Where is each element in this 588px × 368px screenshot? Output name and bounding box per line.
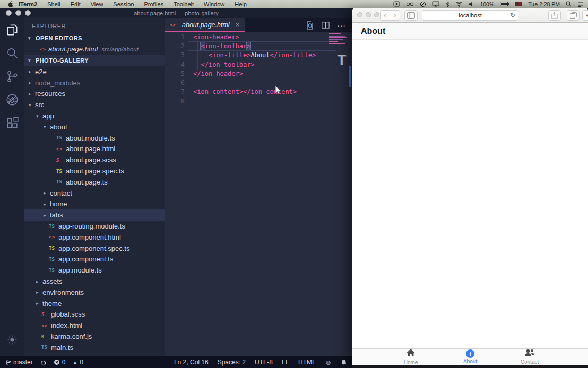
- wifi-icon[interactable]: [455, 1, 463, 7]
- tree-folder-node_modules[interactable]: ▸node_modules: [24, 77, 165, 89]
- address-bar[interactable]: localhost ↻: [422, 10, 518, 21]
- tree-folder-assets[interactable]: ▸assets: [24, 276, 165, 287]
- sync-icon[interactable]: [40, 359, 47, 366]
- safari-toolbar[interactable]: ‹ › localhost ↻ +: [352, 8, 588, 23]
- code-line-1[interactable]: 1<ion-header>: [165, 32, 352, 41]
- share-icon[interactable]: [548, 10, 561, 21]
- refresh-icon[interactable]: ↻: [510, 12, 515, 19]
- tree-folder-src[interactable]: ▾src: [24, 99, 165, 110]
- editor-tab-about-page-html[interactable]: <> about.page.html ×: [165, 18, 245, 32]
- status-item-2[interactable]: UTF-8: [255, 358, 273, 366]
- minimize-window-button[interactable]: [15, 10, 21, 16]
- feedback-smiley-icon[interactable]: ☺: [325, 358, 332, 366]
- apple-menu-icon[interactable]: [7, 1, 13, 7]
- menu-item-help[interactable]: Help: [235, 1, 247, 7]
- close-window-button[interactable]: [6, 10, 12, 16]
- menu-item-shell[interactable]: Shell: [47, 1, 60, 7]
- menu-bar-clock[interactable]: Tue 2:28 PM: [528, 1, 560, 7]
- tree-folder-e2e[interactable]: ▸e2e: [24, 66, 165, 77]
- glasses-icon[interactable]: [406, 2, 414, 6]
- code-line-3[interactable]: 3 <ion-title>About</ion-title>: [165, 51, 352, 60]
- tree-file-app.module.ts[interactable]: TSapp.module.ts: [24, 265, 165, 276]
- tree-file-app-routing.module.ts[interactable]: TSapp-routing.module.ts: [24, 221, 165, 232]
- code-line-8[interactable]: 8: [165, 97, 352, 106]
- status-item-3[interactable]: LF: [282, 358, 289, 366]
- tree-file-index.html[interactable]: <>index.html: [24, 320, 165, 331]
- minimize-window-button[interactable]: [366, 12, 371, 17]
- notification-center-icon[interactable]: [577, 2, 584, 7]
- settings-gear-icon[interactable]: [0, 328, 24, 352]
- debug-icon[interactable]: [0, 88, 24, 111]
- more-actions-icon[interactable]: ···: [337, 21, 346, 30]
- status-item-4[interactable]: HTML: [298, 358, 316, 366]
- tree-file-about.page.html[interactable]: <>about.page.html: [24, 144, 165, 155]
- code-line-2[interactable]: 2 <ion-toolbar>: [165, 41, 352, 50]
- tree-file-karma.conf.js[interactable]: Kkarma.conf.js: [24, 331, 165, 342]
- code-line-6[interactable]: 6: [165, 78, 352, 87]
- do-not-disturb-icon[interactable]: [420, 1, 426, 7]
- tree-file-about.page.ts[interactable]: TSabout.page.ts: [24, 177, 165, 188]
- tree-folder-home[interactable]: ▸home: [24, 199, 165, 210]
- split-editor-icon[interactable]: [322, 21, 330, 29]
- screen-record-icon[interactable]: [393, 1, 400, 7]
- warnings-indicator[interactable]: ▲ 0: [72, 358, 83, 366]
- tree-file-app.component.spec.ts[interactable]: TSapp.component.spec.ts: [24, 243, 165, 254]
- vscode-title-bar[interactable]: about.page.html — photo-gallery: [0, 8, 352, 18]
- new-tab-icon[interactable]: +: [582, 10, 588, 21]
- code-area[interactable]: 1<ion-header>2 <ion-toolbar>3 <ion-title…: [165, 32, 352, 356]
- volume-icon[interactable]: [469, 2, 474, 7]
- minimap[interactable]: [329, 33, 347, 45]
- open-editors-header[interactable]: ▾ OPEN EDITORS: [24, 33, 165, 43]
- tree-folder-theme[interactable]: ▸theme: [24, 298, 165, 309]
- explorer-icon[interactable]: [0, 18, 24, 41]
- tree-file-about.page.scss[interactable]: Sabout.page.scss: [24, 154, 165, 165]
- menu-item-toolbelt[interactable]: Toolbelt: [174, 1, 194, 7]
- close-tab-icon[interactable]: ×: [236, 21, 240, 29]
- zoom-window-button[interactable]: [25, 10, 31, 16]
- code-line-5[interactable]: 5</ion-header>: [165, 69, 352, 78]
- tree-folder-about[interactable]: ▾about: [24, 121, 165, 133]
- tree-folder-environments[interactable]: ▸environments: [24, 287, 165, 298]
- tree-file-main.ts[interactable]: TSmain.ts: [24, 342, 165, 353]
- tree-file-app.component.ts[interactable]: TSapp.component.ts: [24, 254, 165, 265]
- tree-file-app.component.html[interactable]: <>app.component.html: [24, 232, 165, 243]
- close-window-button[interactable]: [357, 12, 362, 17]
- zoom-window-button[interactable]: [374, 12, 379, 17]
- find-in-file-icon[interactable]: [306, 21, 314, 30]
- source-control-icon[interactable]: [0, 65, 24, 88]
- status-item-0[interactable]: Ln 2, Col 16: [174, 358, 209, 366]
- tree-file-about.page.spec.ts[interactable]: TSabout.page.spec.ts: [24, 165, 165, 177]
- menu-item-edit[interactable]: Edit: [71, 1, 81, 7]
- input-flag-icon[interactable]: [515, 2, 522, 6]
- tree-file-about.module.ts[interactable]: TSabout.module.ts: [24, 133, 165, 144]
- tree-folder-contact[interactable]: ▸contact: [24, 188, 165, 199]
- tab-about[interactable]: iAbout: [440, 349, 500, 365]
- code-line-4[interactable]: 4 </ion-toolbar>: [165, 60, 352, 69]
- airplay-display-icon[interactable]: [432, 1, 439, 7]
- project-section-header[interactable]: ▾ PHOTO-GALLERY: [24, 55, 165, 66]
- tree-folder-resources[interactable]: ▸resources: [24, 89, 165, 100]
- tree-file-global.scss[interactable]: Sglobal.scss: [24, 309, 165, 320]
- menu-item-window[interactable]: Window: [204, 1, 224, 7]
- forward-icon[interactable]: ›: [390, 11, 400, 20]
- bluetooth-icon[interactable]: [445, 1, 449, 7]
- notifications-bell-icon[interactable]: [341, 359, 347, 366]
- tab-contact[interactable]: Contact: [500, 349, 559, 365]
- tab-overview-icon[interactable]: [567, 10, 580, 21]
- open-editor-item[interactable]: <>about.page.htmlsrc/app/about: [24, 43, 165, 55]
- menu-item-session[interactable]: Session: [113, 1, 134, 7]
- git-branch-indicator[interactable]: master: [5, 358, 33, 366]
- code-line-7[interactable]: 7<ion-content></ion-content>: [165, 87, 352, 97]
- spotlight-search-icon[interactable]: [566, 1, 572, 7]
- battery-icon[interactable]: [500, 2, 509, 6]
- menu-item-profiles[interactable]: Profiles: [144, 1, 164, 7]
- extensions-icon[interactable]: [0, 111, 24, 135]
- back-icon[interactable]: ‹: [381, 11, 390, 20]
- search-icon[interactable]: [0, 41, 24, 65]
- app-menu-item[interactable]: iTerm2: [19, 1, 37, 7]
- sidebar-icon[interactable]: [404, 10, 418, 21]
- status-item-1[interactable]: Spaces: 2: [218, 358, 246, 366]
- tree-folder-app[interactable]: ▾app: [24, 110, 165, 121]
- tab-home[interactable]: Home: [381, 349, 440, 365]
- tree-folder-tabs[interactable]: ▸tabs: [24, 209, 165, 221]
